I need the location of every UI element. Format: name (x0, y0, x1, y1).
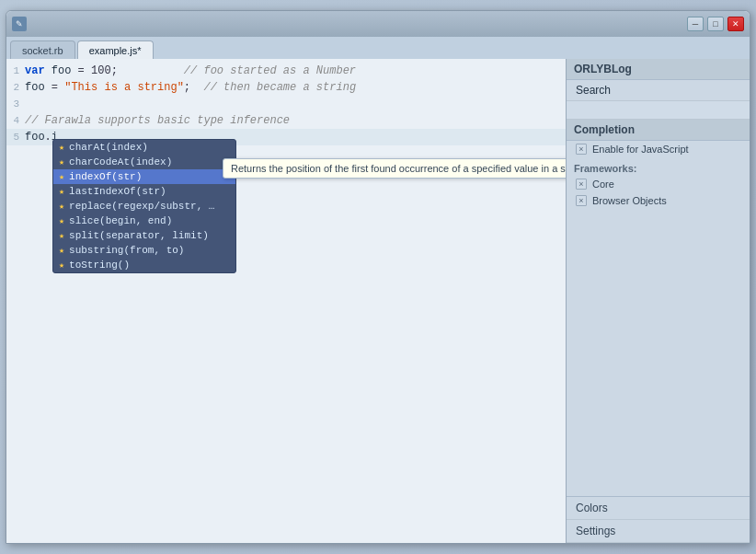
star-icon-9: ★ (59, 260, 64, 271)
content-area: 1 var foo = 100; // foo started as a Num… (6, 59, 750, 543)
sidebar-section-completion: Completion (567, 120, 750, 141)
sidebar-enable-js[interactable]: × Enable for JavaScript (567, 141, 750, 157)
star-icon-2: ★ (59, 156, 64, 167)
checkbox-enable-js[interactable]: × (576, 144, 587, 155)
autocomplete-item-indexOf[interactable]: ★ indexOf(str) (53, 169, 235, 184)
item-label-slice: slice(begin, end) (69, 215, 172, 226)
editor-pane[interactable]: 1 var foo = 100; // foo started as a Num… (6, 59, 566, 543)
autocomplete-item-charCodeAt[interactable]: ★ charCodeAt(index) (53, 155, 235, 169)
sidebar-browser-objects-check[interactable]: × Browser Objects (567, 192, 750, 209)
item-label-toString: toString() (69, 260, 130, 271)
sidebar-spacer (567, 209, 750, 496)
window-controls: ─ □ ✕ (687, 17, 744, 31)
autocomplete-item-slice[interactable]: ★ slice(begin, end) (53, 214, 235, 228)
sidebar-frameworks-label: Frameworks: (567, 157, 750, 176)
star-icon-7: ★ (59, 230, 64, 241)
main-window: ✎ ─ □ ✕ socket.rb example.js* 1 var foo … (6, 10, 750, 544)
tab-socket-rb[interactable]: socket.rb (10, 40, 75, 59)
minimize-button[interactable]: ─ (687, 17, 704, 31)
line-content-2: foo = "This is a string"; // then became… (25, 79, 566, 96)
star-icon: ★ (59, 142, 64, 153)
star-icon-8: ★ (59, 245, 64, 256)
item-label-substring: substring(from, to) (69, 245, 184, 256)
autocomplete-item-toString[interactable]: ★ toString() (53, 258, 235, 272)
line-number-1: 1 (6, 63, 25, 79)
autocomplete-item-lastIndexOf[interactable]: ★ lastIndexOf(str) (53, 184, 235, 199)
star-icon-6: ★ (59, 215, 64, 226)
code-editor[interactable]: 1 var foo = 100; // foo started as a Num… (6, 59, 566, 149)
star-icon-3: ★ (59, 171, 64, 182)
sidebar-bottom: Colors Settings (567, 496, 750, 543)
app-icon: ✎ (12, 17, 27, 31)
star-icon-5: ★ (59, 201, 64, 212)
item-label-replace: replace(regexp/substr, newstr (69, 201, 216, 212)
sidebar-settings[interactable]: Settings (567, 520, 750, 543)
line-content-1: var foo = 100; // foo started as a Numbe… (25, 63, 566, 79)
title-bar: ✎ ─ □ ✕ (6, 11, 750, 37)
autocomplete-item-substring[interactable]: ★ substring(from, to) (53, 243, 235, 258)
autocomplete-item-split[interactable]: ★ split(separator, limit) (53, 228, 235, 243)
sidebar-section-orlyblog[interactable]: ORLYBLog (567, 59, 750, 80)
browser-objects-label: Browser Objects (592, 195, 667, 206)
item-label-indexOf: indexOf(str) (69, 171, 142, 182)
sidebar-core-check[interactable]: × Core (567, 176, 750, 192)
autocomplete-popup: ★ charAt(index) ★ charCodeAt(index) ★ in… (52, 139, 236, 273)
tooltip-box: Returns the position of the first found … (223, 158, 566, 179)
line-number-2: 2 (6, 79, 25, 96)
sidebar-item-search[interactable]: Search (567, 80, 750, 101)
code-line-2: 2 foo = "This is a string"; // then beca… (6, 79, 566, 96)
sidebar-search-bar[interactable] (567, 101, 750, 120)
item-label-split: split(separator, limit) (69, 230, 209, 241)
item-label-charAt: charAt(index) (69, 142, 148, 153)
close-button[interactable]: ✕ (727, 17, 744, 31)
enable-js-label: Enable for JavaScript (592, 144, 689, 155)
maximize-button[interactable]: □ (707, 17, 724, 31)
item-label-lastIndexOf: lastIndexOf(str) (69, 186, 166, 197)
code-line-1: 1 var foo = 100; // foo started as a Num… (6, 63, 566, 79)
checkbox-browser-objects[interactable]: × (576, 195, 587, 206)
autocomplete-item-charAt[interactable]: ★ charAt(index) (53, 140, 235, 155)
autocomplete-item-replace[interactable]: ★ replace(regexp/substr, newstr (53, 199, 235, 214)
line-number-5: 5 (6, 129, 25, 145)
core-label: Core (592, 179, 614, 190)
item-label-charCodeAt: charCodeAt(index) (69, 156, 172, 167)
line-content-4: // Farawla supports basic type inference (25, 112, 566, 129)
sidebar-colors[interactable]: Colors (567, 497, 750, 520)
line-number-4: 4 (6, 112, 25, 129)
tab-example-js[interactable]: example.js* (77, 40, 154, 59)
code-line-3: 3 (6, 96, 566, 112)
checkbox-core[interactable]: × (576, 179, 587, 190)
line-number-3: 3 (6, 96, 25, 112)
tab-bar: socket.rb example.js* (6, 37, 750, 59)
star-icon-4: ★ (59, 186, 64, 197)
code-line-4: 4 // Farawla supports basic type inferen… (6, 112, 566, 129)
sidebar: ORLYBLog Search Completion × Enable for … (566, 59, 750, 543)
